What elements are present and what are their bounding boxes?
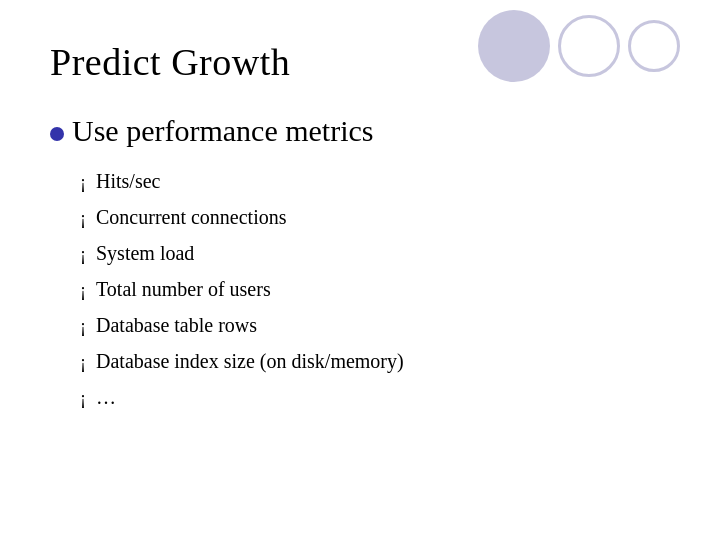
sub-bullet-text: Database table rows (96, 310, 257, 340)
sub-bullet-text: Total number of users (96, 274, 271, 304)
decorative-circles (478, 10, 680, 82)
sub-bullet-text: System load (96, 238, 194, 268)
bullet-symbol: ¡ (80, 385, 86, 412)
sub-bullet-text: Hits/sec (96, 166, 160, 196)
bullet-symbol: ¡ (80, 241, 86, 268)
slide: Predict Growth Use performance metrics ¡… (0, 0, 720, 540)
bullet-symbol: ¡ (80, 277, 86, 304)
bullet-symbol: ¡ (80, 349, 86, 376)
sub-bullet-text: … (96, 382, 116, 412)
list-item: ¡Database index size (on disk/memory) (80, 346, 670, 376)
main-bullet-dot (50, 127, 64, 141)
circle-1 (478, 10, 550, 82)
sub-bullet-text: Concurrent connections (96, 202, 287, 232)
main-bullet: Use performance metrics (50, 114, 670, 148)
list-item: ¡System load (80, 238, 670, 268)
list-item: ¡Hits/sec (80, 166, 670, 196)
sub-bullets-list: ¡Hits/sec¡Concurrent connections¡System … (80, 166, 670, 412)
circle-3 (628, 20, 680, 72)
main-bullet-text: Use performance metrics (72, 114, 374, 148)
list-item: ¡… (80, 382, 670, 412)
bullet-symbol: ¡ (80, 205, 86, 232)
bullet-symbol: ¡ (80, 313, 86, 340)
circle-2 (558, 15, 620, 77)
list-item: ¡Database table rows (80, 310, 670, 340)
list-item: ¡Concurrent connections (80, 202, 670, 232)
bullet-symbol: ¡ (80, 169, 86, 196)
list-item: ¡Total number of users (80, 274, 670, 304)
sub-bullet-text: Database index size (on disk/memory) (96, 346, 404, 376)
